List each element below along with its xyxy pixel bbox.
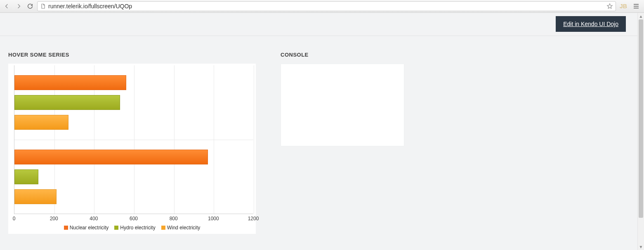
x-tick-label: 200: [50, 216, 58, 221]
x-tick-label: 1000: [208, 216, 219, 221]
legend-label-nuclear: Nuclear electricity: [70, 225, 109, 231]
page-viewport: Edit in Kendo UI Dojo HOVER SOME SERIES …: [0, 13, 644, 250]
legend-label-hydro: Hydro electricity: [120, 225, 155, 231]
chart-panel-title: HOVER SOME SERIES: [8, 52, 264, 58]
back-button[interactable]: [2, 2, 12, 11]
legend-item-hydro[interactable]: Hydro electricity: [114, 225, 155, 231]
bar-hydro[interactable]: [14, 95, 120, 110]
bar-hydro[interactable]: [14, 169, 38, 184]
top-strip: Edit in Kendo UI Dojo: [0, 13, 637, 36]
page-icon: [40, 3, 46, 9]
console-panel-title: CONSOLE: [281, 52, 404, 58]
x-tick-label: 800: [170, 216, 178, 221]
forward-button[interactable]: [14, 2, 23, 11]
legend-item-nuclear[interactable]: Nuclear electricity: [64, 225, 109, 231]
hamburger-icon: [632, 2, 640, 10]
scrollbar-up-arrow-icon[interactable]: ▲: [638, 13, 644, 19]
x-tick-label: 1200: [248, 216, 259, 221]
bookmark-star-icon[interactable]: [606, 3, 613, 10]
legend-swatch-wind: [161, 226, 165, 230]
profile-initials: JB: [620, 3, 627, 10]
browser-toolbar: runner.telerik.io/fullscreen/UQOp JB: [0, 0, 644, 13]
url-host: runner.telerik.io: [48, 3, 88, 10]
bar-nuclear[interactable]: [14, 150, 208, 164]
bar-wind[interactable]: [14, 115, 68, 130]
gridline: [254, 65, 254, 214]
x-tick-label: 400: [90, 216, 98, 221]
reload-button[interactable]: [26, 2, 35, 11]
profile-badge[interactable]: JB: [618, 2, 628, 11]
legend-label-wind: Wind electricity: [167, 225, 201, 231]
plot-area[interactable]: [14, 65, 253, 214]
x-tick-label: 600: [130, 216, 138, 221]
content-area: HOVER SOME SERIES 020040060080010001200 …: [0, 36, 637, 242]
legend-swatch-nuclear: [64, 226, 68, 230]
legend-swatch-hydro: [114, 226, 118, 230]
arrow-right-icon: [15, 3, 22, 10]
url-text: runner.telerik.io/fullscreen/UQOp: [48, 3, 604, 10]
vertical-scrollbar[interactable]: ▲ ▼: [637, 13, 644, 250]
console-panel: CONSOLE: [281, 52, 404, 234]
scrollbar-thumb[interactable]: [639, 19, 643, 218]
edit-in-dojo-label: Edit in Kendo UI Dojo: [563, 21, 618, 27]
edit-in-dojo-button[interactable]: Edit in Kendo UI Dojo: [556, 16, 626, 32]
legend: Nuclear electricity Hydro electricity Wi…: [8, 225, 256, 231]
browser-menu-button[interactable]: [631, 2, 642, 11]
chart-box: 020040060080010001200 Nuclear electricit…: [8, 64, 256, 234]
url-path: /fullscreen/UQOp: [88, 3, 132, 10]
reload-icon: [27, 3, 33, 10]
console-output: [281, 64, 404, 146]
bar-nuclear[interactable]: [14, 75, 126, 90]
x-tick-label: 0: [13, 216, 16, 221]
legend-item-wind[interactable]: Wind electricity: [161, 225, 201, 231]
bar-wind[interactable]: [14, 189, 57, 204]
arrow-left-icon: [4, 3, 10, 10]
scrollbar-down-arrow-icon[interactable]: ▼: [638, 243, 644, 250]
address-bar[interactable]: runner.telerik.io/fullscreen/UQOp: [37, 1, 616, 11]
category-separator: [14, 140, 253, 140]
x-axis: 020040060080010001200: [14, 214, 253, 222]
chart-panel: HOVER SOME SERIES 020040060080010001200 …: [8, 52, 264, 234]
